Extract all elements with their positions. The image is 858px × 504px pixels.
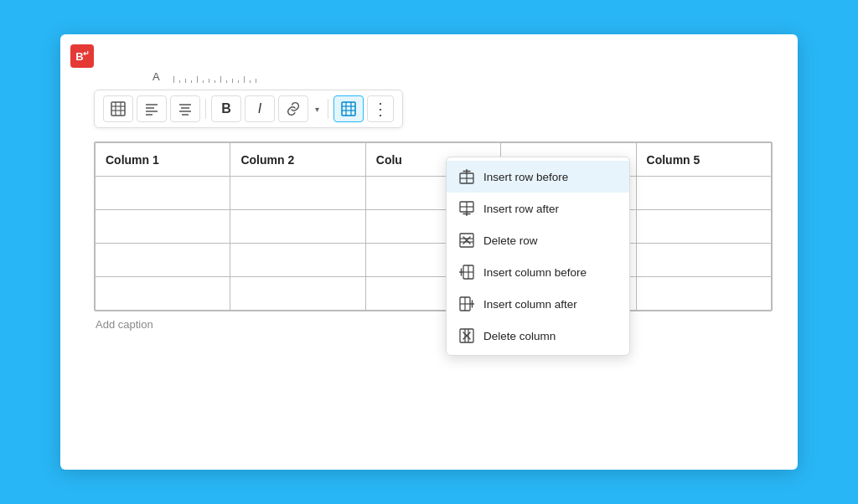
toolbar-table-btn[interactable]: [103, 95, 133, 122]
ruler-tick: [185, 79, 186, 83]
ruler-tick: [238, 80, 239, 83]
menu-item-insert-col-before[interactable]: Insert column before: [447, 256, 629, 288]
brand-label: B↵: [75, 50, 88, 62]
toolbar-divider-1: [205, 99, 206, 119]
menu-item-label: Insert row after: [483, 203, 559, 215]
table-cell: [636, 277, 771, 311]
ruler-tick: [209, 79, 209, 83]
ruler-ticks: [173, 76, 256, 83]
ruler: A: [152, 64, 773, 85]
toolbar-divider-2: [328, 99, 328, 119]
toolbar-link-btn[interactable]: [278, 95, 308, 122]
table-header-row: Column 1 Column 2 Colu Column 5: [96, 143, 772, 177]
svg-rect-0: [111, 102, 125, 116]
insert-row-before-icon: [458, 168, 475, 185]
ruler-tick: [214, 80, 215, 83]
table-area: Column 1 Column 2 Colu Column 5: [94, 141, 773, 331]
menu-item-label: Insert column after: [483, 298, 577, 311]
table-row: [96, 210, 772, 244]
toolbar-align-center-btn[interactable]: [170, 95, 200, 122]
table-cell: [636, 210, 771, 244]
ruler-tick: [232, 79, 233, 83]
table-active-icon: [341, 101, 356, 116]
table-header-col1: Column 1: [96, 143, 230, 177]
menu-item-label: Delete row: [483, 234, 538, 247]
ruler-tick: [244, 76, 245, 83]
menu-item-delete-col[interactable]: Delete column: [447, 320, 629, 352]
align-center-icon: [178, 101, 193, 116]
table-cell: [636, 177, 771, 210]
table-cell: [96, 210, 230, 244]
link-icon: [286, 101, 301, 116]
table-cell: [230, 244, 365, 277]
menu-item-insert-row-before[interactable]: Insert row before: [447, 161, 629, 193]
ruler-tick: [173, 76, 174, 83]
toolbar-dropdown-btn[interactable]: ▾: [312, 105, 323, 114]
table-container: Column 1 Column 2 Colu Column 5: [94, 141, 773, 311]
ruler-letter-a: A: [152, 70, 160, 83]
menu-item-label: Insert column before: [483, 266, 587, 279]
table-cell: [230, 277, 365, 311]
menu-item-label: Delete column: [483, 330, 556, 342]
insert-col-before-icon: [458, 264, 475, 280]
menu-item-label: Insert row before: [483, 171, 568, 183]
editor-toolbar: B I ▾ ⋮: [94, 90, 403, 128]
ruler-tick: [203, 80, 204, 83]
table-header-col5: Column 5: [636, 143, 771, 177]
toolbar-align-left-btn[interactable]: [137, 95, 167, 122]
data-table: Column 1 Column 2 Colu Column 5: [95, 142, 772, 311]
ruler-tick: [250, 80, 251, 83]
ruler-tick: [256, 79, 256, 83]
table-cell: [230, 210, 365, 244]
table-cell: [96, 177, 230, 210]
ruler-tick: [197, 76, 198, 83]
toolbar-more-btn[interactable]: ⋮: [367, 95, 394, 122]
table-row: [96, 244, 772, 277]
context-menu: Insert row before Insert row after: [446, 157, 630, 356]
ruler-tick: [179, 80, 180, 83]
menu-item-delete-row[interactable]: Delete row: [447, 224, 629, 256]
ruler-tick: [226, 80, 227, 83]
ruler-tick: [220, 76, 221, 83]
delete-col-icon: [458, 327, 475, 344]
menu-item-insert-row-after[interactable]: Insert row after: [447, 193, 629, 224]
table-cell: [230, 177, 365, 210]
ruler-tick: [191, 80, 192, 83]
table-cell: [636, 244, 771, 277]
chevron-down-icon: ▾: [315, 105, 319, 114]
main-window: B↵ A: [60, 34, 798, 470]
table-cell: [96, 277, 230, 311]
table-caption: Add caption: [94, 318, 773, 331]
align-left-icon: [144, 101, 159, 116]
insert-col-after-icon: [458, 296, 475, 312]
toolbar-table-active-btn[interactable]: [333, 95, 364, 122]
brand-badge: B↵: [70, 44, 94, 68]
insert-row-after-icon: [458, 200, 475, 217]
table-row: [96, 277, 772, 311]
table-header-col2: Column 2: [230, 143, 365, 177]
table-icon: [111, 101, 126, 116]
toolbar-bold-btn[interactable]: B: [211, 95, 241, 122]
table-cell: [96, 244, 230, 277]
delete-row-icon: [458, 232, 475, 249]
menu-item-insert-col-after[interactable]: Insert column after: [447, 288, 629, 320]
svg-rect-13: [342, 102, 355, 116]
table-row: [96, 177, 772, 210]
toolbar-italic-btn[interactable]: I: [245, 95, 275, 122]
